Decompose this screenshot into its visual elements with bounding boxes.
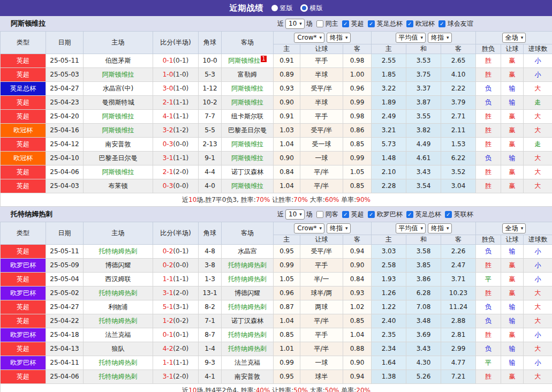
league-checkbox[interactable]: ✓	[342, 211, 349, 218]
away-team-cell: 博德闪耀	[222, 287, 274, 300]
league-checkbox[interactable]: ✓	[368, 20, 375, 27]
league-checkbox[interactable]: ✓	[445, 211, 452, 218]
avg-away: 2.88	[441, 314, 476, 328]
home-team-cell: 利物浦	[84, 300, 153, 314]
titlebar: 近期战绩 竖版 横版	[0, 0, 552, 16]
avg-draw: 7.08	[406, 300, 441, 314]
halftime-score: (1-0)	[173, 85, 188, 92]
avg-source-select[interactable]: 平均值▾	[396, 33, 426, 43]
avg-away: 3.79	[441, 96, 476, 110]
odds-home: 0.93	[274, 82, 300, 96]
odds-away: 1.02	[343, 300, 372, 314]
league-checkbox[interactable]: ✓	[406, 20, 413, 27]
avg-home: 2.58	[372, 259, 406, 273]
corner-score: 1-12	[199, 82, 222, 96]
league-checkbox[interactable]: ✓	[342, 20, 349, 27]
radio-vertical-layout[interactable]: 竖版	[271, 4, 293, 13]
radio-horizontal-layout[interactable]: 横版	[300, 4, 323, 13]
result-goals: 小	[524, 245, 552, 259]
match-date: 25-04-11	[46, 356, 84, 370]
corner-score: 10-0	[199, 54, 222, 68]
halftime-score: (0-2)	[173, 317, 188, 325]
scope-select[interactable]: 全场▾	[502, 33, 526, 43]
result-handicap: 赢	[501, 110, 524, 124]
col-odds-home: 主	[274, 235, 300, 245]
avg-draw: 3.87	[406, 96, 441, 110]
home-team-cell: 阿斯顿维拉	[84, 124, 153, 138]
odds-handicap: 半球	[300, 68, 343, 82]
avg-away: 2.22	[441, 82, 476, 96]
result-goals: 小	[524, 356, 552, 370]
same-venue-checkbox[interactable]	[316, 20, 323, 27]
corner-score: 5-5	[199, 124, 222, 138]
aston-villa-summary: 近10场,胜7平0负3, 胜率:70% 让胜率:70% 大率:60% 单率:90…	[1, 193, 552, 207]
odds-handicap: 平/半	[300, 342, 343, 356]
match-date: 25-04-10	[46, 152, 84, 165]
match-row: 英超25-04-06阿斯顿维拉2-1(2-0)4-4诺丁汉森林0.84平/半1.…	[1, 165, 552, 179]
summary-segment: 40%	[256, 387, 270, 392]
odds-time-select[interactable]: 终指▾	[327, 223, 351, 233]
scope-select[interactable]: 全场▾	[502, 223, 526, 233]
aston-villa-body: 英超25-05-11伯恩茅斯0-1(0-1)10-0阿斯顿维拉10.91平手0.…	[1, 54, 552, 193]
away-team-cell: 法兰克福	[222, 356, 274, 370]
avg-away: 11.24	[441, 300, 476, 314]
chevron-down-icon: ▾	[320, 33, 322, 42]
match-row: 英超25-05-04西汉姆联1-1(1-1)1-3托特纳姆热刺1.05半/一0.…	[1, 273, 552, 287]
home-team: 巴黎圣日尔曼	[99, 154, 138, 162]
col-odds-away: 客	[343, 44, 372, 54]
corner-score: 4-1	[199, 370, 222, 384]
match-score-cell: 3-1(2-0)	[153, 287, 199, 300]
tottenham-filters: 近 10▾ 场 同客 ✓ 英超 ✓ 欧罗巴杯 ✓ 英足总杯 ✓ 英联杯	[277, 207, 473, 222]
result-handicap: 赢	[501, 124, 524, 138]
match-date: 25-05-11	[46, 54, 84, 68]
odds-home: 1.04	[274, 179, 300, 193]
fulltime-score: 5-1	[163, 303, 173, 311]
summary-segment: 70%	[256, 196, 270, 203]
avg-draw: 5.26	[406, 370, 441, 384]
result-handicap: 输	[501, 82, 524, 96]
col-avg-home: 主	[372, 235, 406, 245]
home-team: 南安普敦	[105, 140, 131, 148]
match-row: 英超25-04-27利物浦5-1(3-1)8-2托特纳姆热刺0.87两球1.02…	[1, 300, 552, 314]
col-avg-away: 客	[441, 235, 476, 245]
odds-time-select[interactable]: 终指▾	[327, 33, 351, 43]
col-avg-home: 主	[372, 44, 406, 54]
result-goals: 大	[524, 314, 552, 328]
league-checkbox[interactable]: ✓	[438, 20, 445, 27]
summary-segment: 70%	[293, 196, 308, 203]
result-outcome: 胜	[476, 68, 501, 82]
avg-home: 2.10	[372, 165, 406, 179]
summary-segment: 大率:	[308, 196, 325, 203]
league-checkbox[interactable]: ✓	[368, 211, 375, 218]
avg-source-select[interactable]: 平均值▾	[396, 223, 426, 233]
avg-time-select[interactable]: 终指▾	[428, 223, 452, 233]
away-team: 托特纳姆热刺	[228, 275, 267, 283]
fulltime-score: 2-1	[163, 168, 173, 176]
match-count-select[interactable]: 10▾	[285, 209, 305, 220]
avg-away: 2.99	[441, 342, 476, 356]
avg-away: 10.23	[441, 287, 476, 300]
same-venue-checkbox[interactable]	[316, 211, 323, 218]
away-team-cell: 富勒姆	[222, 68, 274, 82]
odds-handicap: 平/半	[300, 165, 343, 179]
radio-vertical-label: 竖版	[280, 4, 293, 13]
away-team-cell: 诺丁汉森林	[222, 314, 274, 328]
avg-away: 6.22	[441, 152, 476, 165]
odds-source-select[interactable]: Crow*▾	[294, 223, 324, 233]
match-count-select[interactable]: 10▾	[285, 19, 305, 29]
league-checkbox[interactable]: ✓	[406, 211, 413, 218]
odds-handicap: 半/一	[300, 273, 343, 287]
odds-handicap: 一球	[300, 152, 343, 165]
halftime-score: (0-0)	[173, 182, 188, 190]
games-label: 场	[306, 16, 313, 31]
fulltime-score: 0-1	[163, 331, 173, 338]
result-handicap: 赢	[501, 370, 524, 384]
summary-segment: 场,胜7平0负3, 胜率:	[196, 196, 255, 203]
league-label: 英足总杯	[377, 16, 403, 31]
corner-score: 4-0	[199, 179, 222, 193]
avg-time-select[interactable]: 终指▾	[428, 33, 452, 43]
halftime-score: (0-1)	[173, 247, 188, 255]
col-avg-draw: 和	[406, 235, 441, 245]
odds-source-select[interactable]: Crow*▾	[294, 33, 324, 43]
result-outcome: 胜	[476, 138, 501, 152]
